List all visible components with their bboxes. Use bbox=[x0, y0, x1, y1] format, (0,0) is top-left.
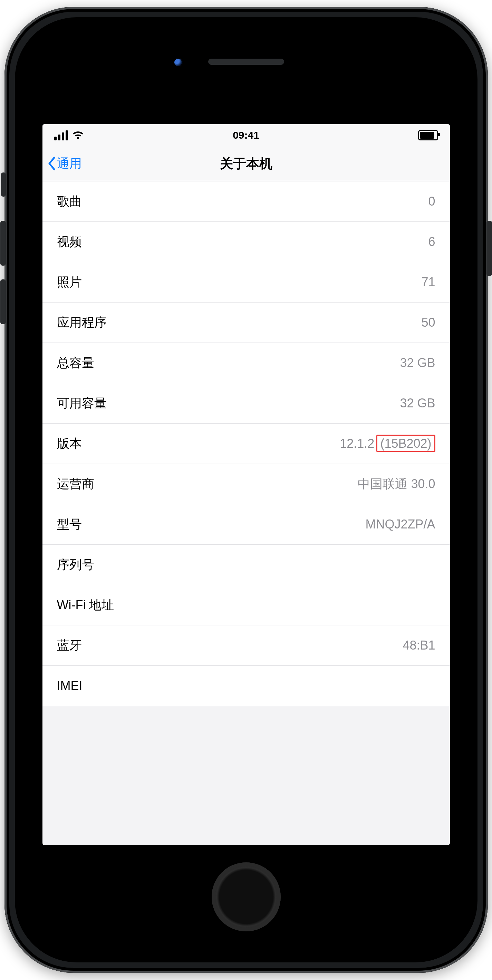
page-title: 关于本机 bbox=[43, 155, 450, 172]
row-label: 运营商 bbox=[57, 476, 94, 493]
row-photos[interactable]: 照片 71 bbox=[43, 262, 450, 302]
battery-icon bbox=[418, 130, 438, 140]
volume-down-button bbox=[0, 279, 6, 324]
row-value: 6 bbox=[428, 235, 435, 249]
row-label: 版本 bbox=[57, 435, 82, 452]
row-label: 序列号 bbox=[57, 557, 94, 573]
row-bluetooth[interactable]: 蓝牙 48:B1 bbox=[43, 625, 450, 666]
row-version[interactable]: 版本 12.1.2(15B202) bbox=[43, 423, 450, 464]
power-button bbox=[486, 221, 492, 276]
row-label: Wi-Fi 地址 bbox=[57, 597, 114, 614]
row-label: 蓝牙 bbox=[57, 637, 82, 654]
version-build-highlight: (15B202) bbox=[376, 434, 435, 452]
row-value: MNQJ2ZP/A bbox=[365, 517, 435, 531]
row-available[interactable]: 可用容量 32 GB bbox=[43, 383, 450, 423]
row-label: 歌曲 bbox=[57, 193, 82, 210]
row-videos[interactable]: 视频 6 bbox=[43, 222, 450, 262]
row-value: 50 bbox=[421, 315, 435, 330]
cellular-signal-icon bbox=[54, 130, 68, 140]
status-time: 09:41 bbox=[43, 129, 450, 141]
row-value: 12.1.2(15B202) bbox=[340, 436, 435, 451]
row-label: 型号 bbox=[57, 516, 82, 533]
phone-frame: 09:41 通用 关于本机 bbox=[5, 7, 488, 973]
navigation-bar: 通用 关于本机 bbox=[43, 146, 450, 181]
row-label: 可用容量 bbox=[57, 395, 107, 412]
row-capacity[interactable]: 总容量 32 GB bbox=[43, 343, 450, 383]
about-list: 歌曲 0 视频 6 照片 71 应用程序 50 bbox=[43, 181, 450, 706]
row-value: 32 GB bbox=[400, 396, 435, 410]
row-imei[interactable]: IMEI bbox=[43, 666, 450, 706]
row-songs[interactable]: 歌曲 0 bbox=[43, 181, 450, 222]
row-value: 48:B1 bbox=[403, 638, 435, 653]
front-camera bbox=[174, 58, 183, 67]
screen: 09:41 通用 关于本机 bbox=[43, 124, 450, 845]
row-value: 32 GB bbox=[400, 356, 435, 370]
wifi-icon bbox=[72, 131, 84, 140]
home-button[interactable] bbox=[212, 862, 281, 931]
row-label: 应用程序 bbox=[57, 314, 107, 331]
row-value: 71 bbox=[421, 275, 435, 290]
row-label: IMEI bbox=[57, 679, 83, 693]
row-label: 照片 bbox=[57, 274, 82, 291]
earpiece-speaker bbox=[208, 59, 284, 65]
volume-up-button bbox=[0, 221, 6, 266]
row-apps[interactable]: 应用程序 50 bbox=[43, 302, 450, 343]
row-serial[interactable]: 序列号 bbox=[43, 545, 450, 585]
row-label: 总容量 bbox=[57, 355, 94, 372]
mute-switch bbox=[1, 172, 6, 197]
status-bar: 09:41 bbox=[43, 124, 450, 146]
row-value: 0 bbox=[428, 194, 435, 209]
row-value: 中国联通 30.0 bbox=[358, 476, 435, 493]
row-wifi-address[interactable]: Wi-Fi 地址 bbox=[43, 585, 450, 625]
row-label: 视频 bbox=[57, 234, 82, 250]
row-model[interactable]: 型号 MNQJ2ZP/A bbox=[43, 504, 450, 545]
row-carrier[interactable]: 运营商 中国联通 30.0 bbox=[43, 464, 450, 504]
